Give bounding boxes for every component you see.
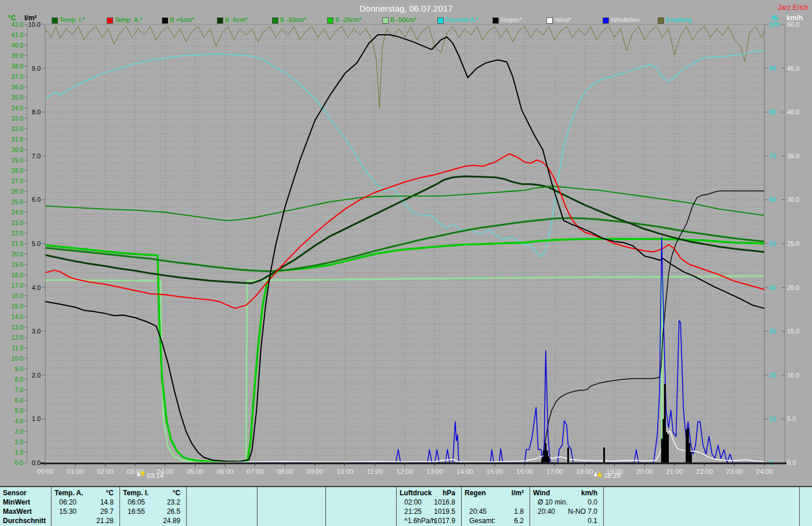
svg-text:20:00: 20:00	[636, 468, 653, 475]
svg-text:50.0: 50.0	[787, 21, 799, 28]
table-divider	[799, 487, 800, 526]
svg-text:06:00: 06:00	[217, 468, 234, 475]
svg-text:29.0: 29.0	[12, 157, 24, 164]
svg-text:00:00: 00:00	[37, 468, 54, 475]
svg-text:10:00: 10:00	[336, 468, 353, 475]
svg-text:40.0: 40.0	[787, 108, 799, 115]
svg-text:31.0: 31.0	[12, 136, 24, 143]
svg-text:6.0: 6.0	[14, 397, 23, 404]
svg-text:11.0: 11.0	[12, 344, 23, 351]
svg-text:22:00: 22:00	[696, 468, 713, 475]
table-divider	[257, 487, 258, 526]
svg-text:36.0: 36.0	[12, 84, 24, 90]
svg-text:1.0: 1.0	[32, 415, 41, 422]
stats-value: N-NO 7.0	[530, 507, 597, 516]
svg-text:2.0: 2.0	[14, 438, 23, 445]
svg-text:32.0: 32.0	[12, 125, 24, 132]
svg-text:42.0: 42.0	[12, 21, 24, 28]
svg-text:5.0: 5.0	[32, 240, 41, 247]
svg-text:9.0: 9.0	[14, 365, 23, 372]
table-divider	[603, 487, 604, 526]
svg-text:6.0: 6.0	[32, 196, 41, 203]
svg-text:34.0: 34.0	[12, 104, 24, 111]
svg-text:10.0: 10.0	[12, 355, 24, 362]
svg-text:0.0: 0.0	[32, 459, 41, 466]
stats-col-unit: l/m²	[461, 489, 524, 497]
svg-text:26.0: 26.0	[12, 188, 24, 195]
svg-text:9.0: 9.0	[32, 65, 41, 72]
svg-text:18.0: 18.0	[12, 271, 24, 278]
svg-text:15:00: 15:00	[487, 468, 503, 475]
svg-text:30.0: 30.0	[787, 196, 799, 203]
svg-text:0.0: 0.0	[14, 459, 23, 466]
svg-text:8.0: 8.0	[14, 376, 23, 383]
svg-text:3.0: 3.0	[14, 428, 23, 435]
svg-text:14.0: 14.0	[12, 313, 24, 320]
svg-text:09:00: 09:00	[307, 468, 324, 475]
stats-value: 1.8	[461, 507, 524, 516]
svg-text:13:00: 13:00	[426, 468, 443, 475]
svg-text:20: 20	[769, 372, 776, 379]
svg-text:05:00: 05:00	[187, 468, 204, 475]
svg-text:80: 80	[769, 108, 776, 115]
svg-text:10: 10	[769, 415, 776, 422]
svg-text:16.0: 16.0	[12, 292, 24, 299]
svg-text:7.0: 7.0	[14, 386, 23, 393]
svg-text:70: 70	[769, 153, 776, 159]
svg-text:8.0: 8.0	[32, 108, 41, 115]
stats-row-label: MinWert	[3, 498, 49, 506]
svg-text:11:00: 11:00	[367, 468, 383, 475]
svg-text:10.0: 10.0	[28, 21, 41, 28]
svg-text:7.0: 7.0	[32, 153, 41, 159]
svg-text:3.0: 3.0	[32, 328, 41, 335]
stats-col-unit: °C	[119, 489, 180, 497]
svg-text:15.0: 15.0	[12, 303, 24, 310]
chart-plot-area: 0.01.02.03.04.05.06.07.08.09.010.011.012…	[0, 0, 812, 526]
stats-value: 14.8	[51, 498, 114, 506]
sun-marker-time: 18:29	[604, 472, 621, 479]
svg-text:07:00: 07:00	[246, 468, 263, 475]
svg-text:10.0: 10.0	[787, 372, 799, 379]
svg-text:08:00: 08:00	[277, 468, 293, 475]
sun-marker-time: 03:14	[147, 472, 164, 479]
svg-text:13.0: 13.0	[12, 324, 24, 331]
svg-text:5.0: 5.0	[787, 415, 796, 422]
stats-value: 0.1	[530, 517, 597, 525]
svg-text:4.0: 4.0	[32, 284, 41, 291]
svg-text:28.0: 28.0	[12, 167, 24, 174]
stats-value: 21.28	[51, 517, 114, 525]
svg-text:14:00: 14:00	[456, 468, 473, 475]
svg-text:01:00: 01:00	[67, 468, 84, 475]
svg-text:40: 40	[769, 284, 776, 291]
stats-row-label: MaxWert	[3, 507, 49, 516]
svg-text:45.0: 45.0	[787, 65, 799, 72]
svg-text:24.0: 24.0	[12, 209, 24, 216]
svg-text:100: 100	[769, 21, 780, 28]
stats-value: 6.2	[461, 517, 524, 525]
svg-text:4.0: 4.0	[14, 418, 23, 425]
stats-col-unit: km/h	[530, 489, 597, 497]
svg-text:16:00: 16:00	[516, 468, 533, 475]
stats-col-unit: hPa	[396, 489, 455, 497]
table-divider	[325, 487, 326, 526]
svg-text:23.0: 23.0	[12, 219, 24, 226]
svg-text:30.0: 30.0	[12, 146, 24, 153]
svg-text:20.0: 20.0	[12, 251, 24, 257]
svg-text:17:00: 17:00	[546, 468, 563, 475]
svg-text:30: 30	[769, 328, 776, 335]
svg-text:41.0: 41.0	[12, 31, 24, 38]
stats-value: 26.5	[119, 507, 180, 516]
stats-row-label: Durchschnitt	[3, 517, 49, 525]
svg-text:37.0: 37.0	[12, 73, 24, 80]
stats-value: 1016.8	[396, 498, 455, 506]
stats-value: 1017.9	[396, 517, 455, 525]
svg-text:25.0: 25.0	[787, 240, 799, 247]
stats-value: 29.7	[51, 507, 114, 516]
stats-row-label: Sensor	[3, 489, 49, 497]
svg-text:12.0: 12.0	[12, 334, 24, 341]
svg-text:25.0: 25.0	[12, 198, 24, 205]
svg-text:38.0: 38.0	[12, 63, 24, 70]
stats-value: 23.2	[119, 498, 180, 506]
svg-text:12:00: 12:00	[397, 468, 414, 475]
table-divider	[186, 487, 187, 526]
